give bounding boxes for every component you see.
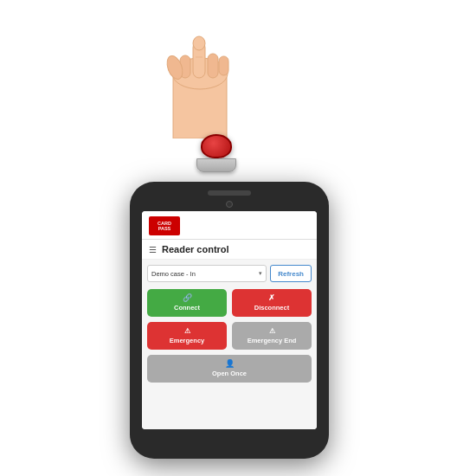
hand-illustration [121,0,277,138]
open-once-button[interactable]: 👤 Open Once [147,355,312,383]
disconnect-icon: ✗ [268,293,275,302]
button-red-cap [201,134,232,158]
link-icon: 🔗 [183,293,192,302]
emergency-end-button[interactable]: ⚠ Emergency End [232,322,312,350]
emergency-button[interactable]: ⚠ Emergency [147,322,227,350]
refresh-button[interactable]: Refresh [270,265,312,282]
demo-case-select[interactable]: Demo case - In ▾ [147,265,267,282]
phone-screen: CARDPASS ☰ Reader control Demo case - In… [142,211,317,429]
menu-icon[interactable]: ☰ [149,245,157,254]
chevron-down-icon: ▾ [259,270,262,277]
button-base [196,158,236,172]
open-once-row: 👤 Open Once [147,355,312,383]
page-title: Reader control [162,244,229,254]
disconnect-button[interactable]: ✗ Disconnect [232,289,312,317]
connect-button[interactable]: 🔗 Connect [147,289,227,317]
title-bar: ☰ Reader control [142,240,317,260]
logo-header: CARDPASS [142,211,317,240]
select-value: Demo case - In [151,270,196,278]
open-once-label: Open Once [212,370,247,377]
app-logo: CARDPASS [149,216,180,235]
emergency-end-label: Emergency End [248,338,297,344]
warning-icon: ⚠ [184,327,190,335]
phone-speaker [208,190,251,196]
scene: CARDPASS ☰ Reader control Demo case - In… [0,0,476,476]
warning-end-icon: ⚠ [269,327,275,335]
connect-disconnect-row: 🔗 Connect ✗ Disconnect [147,289,312,317]
disconnect-label: Disconnect [254,305,289,312]
person-icon: 👤 [225,359,235,368]
screen-body: Demo case - In ▾ Refresh 🔗 Connect ✗ Dis… [142,260,317,429]
phone-camera [226,201,233,208]
svg-rect-4 [219,56,228,75]
connect-label: Connect [174,305,200,312]
svg-rect-3 [208,54,218,78]
emergency-row: ⚠ Emergency ⚠ Emergency End [147,322,312,350]
physical-emergency-button [195,134,238,173]
emergency-label: Emergency [170,338,204,344]
phone: CARDPASS ☰ Reader control Demo case - In… [130,182,329,459]
svg-point-2 [193,36,205,50]
select-row: Demo case - In ▾ Refresh [147,265,312,282]
